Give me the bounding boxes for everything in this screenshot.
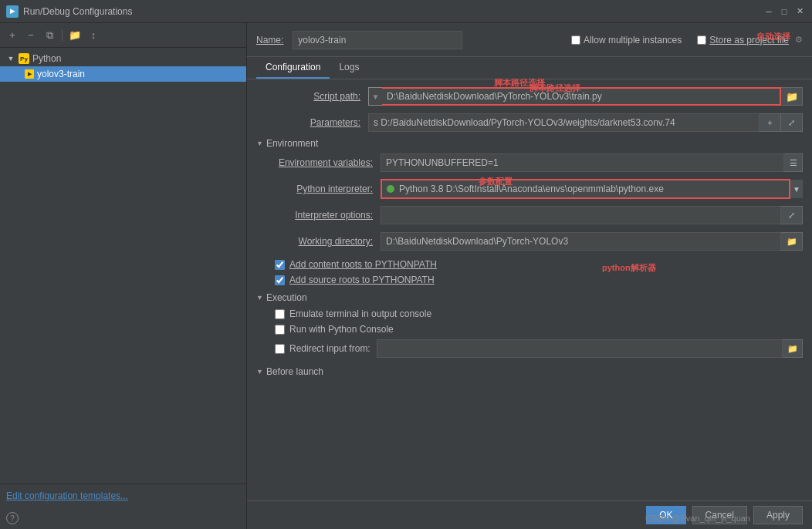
redirect-input-checkbox-group: Redirect input from: <box>275 343 370 354</box>
sidebar-item-yolov3-train[interactable]: ▶ yolov3-train <box>0 66 246 82</box>
allow-multiple-item: Allow multiple instances <box>571 35 682 45</box>
sidebar-bottom: ? <box>0 507 246 529</box>
sidebar-child-label: yolov3-train <box>37 69 85 79</box>
sidebar-footer: Edit configuration templates... <box>0 484 246 507</box>
ok-button[interactable]: OK <box>646 506 685 524</box>
add-content-roots-label: Add content roots to PYTHONPATH <box>289 259 437 270</box>
apply-button[interactable]: Apply <box>753 506 803 524</box>
copy-config-button[interactable]: ⧉ <box>42 28 57 43</box>
tab-logs[interactable]: Logs <box>330 57 368 79</box>
store-project-checkbox[interactable] <box>697 35 706 45</box>
before-launch-section-header[interactable]: ▼ Before launch <box>256 366 803 377</box>
add-source-roots-label: Add source roots to PYTHONPATH <box>289 275 435 285</box>
interpreter-display: Python 3.8 D:\SoftInstall\Anaconda\envs\… <box>381 179 790 199</box>
tabs-bar: Configuration Logs <box>247 57 812 79</box>
allow-multiple-checkbox[interactable] <box>571 35 580 45</box>
interpreter-options-input[interactable] <box>381 206 781 224</box>
name-input[interactable] <box>293 31 462 49</box>
run-python-console-checkbox[interactable] <box>275 325 285 335</box>
emulate-terminal-checkbox[interactable] <box>275 309 285 319</box>
interpreter-status-dot <box>387 185 394 193</box>
window-controls: ─ □ ✕ <box>763 5 806 18</box>
main-container: + − ⧉ 📁 ↕ ▼ Py Python ▶ yolov3-train Edi… <box>0 23 812 529</box>
script-path-browse-button[interactable]: 📁 <box>781 87 803 106</box>
interpreter-options-row: Interpreter options: ⤢ <box>256 204 803 226</box>
working-dir-label: Working directory: <box>269 236 381 247</box>
parameters-row: Parameters: + ⤢ <box>256 112 803 133</box>
interpreter-row: Python interpreter: Python 3.8 D:\SoftIn… <box>256 178 803 200</box>
parameters-browse-button[interactable]: ⤢ <box>781 113 803 132</box>
script-annotation: 脚本路径选择 <box>529 83 580 94</box>
right-panel: Name: Allow multiple instances Store as … <box>247 23 812 529</box>
dropdown-icon[interactable]: ▼ <box>368 87 382 106</box>
emulate-terminal-label: Emulate terminal in output console <box>289 308 431 319</box>
close-button[interactable]: ✕ <box>793 5 806 18</box>
python-interpreter-label: Python interpreter: <box>269 184 381 194</box>
tree-expand-icon: ▼ <box>6 54 15 63</box>
interpreter-text: Python 3.8 D:\SoftInstall\Anaconda\envs\… <box>399 184 784 194</box>
allow-multiple-label: Allow multiple instances <box>584 35 682 45</box>
interpreter-options-label: Interpreter options: <box>269 210 381 221</box>
parameters-label: Parameters: <box>256 117 368 128</box>
toolbar-divider <box>62 29 63 42</box>
edit-templates-link[interactable]: Edit configuration templates... <box>6 490 128 501</box>
config-icon: ▶ <box>25 69 34 79</box>
minimize-button[interactable]: ─ <box>763 5 775 18</box>
execution-section-header[interactable]: ▼ Execution <box>256 292 803 303</box>
redirect-input-checkbox[interactable] <box>275 344 285 354</box>
config-header: Name: Allow multiple instances Store as … <box>247 23 812 57</box>
execution-label: Execution <box>266 292 307 303</box>
header-checkboxes: Allow multiple instances Store as projec… <box>571 35 803 45</box>
interpreter-options-expand-button[interactable]: ⤢ <box>781 206 803 224</box>
title-bar: ▶ Run/Debug Configurations ─ □ ✕ <box>0 0 812 23</box>
emulate-terminal-row: Emulate terminal in output console <box>256 306 803 322</box>
name-label: Name: <box>256 35 283 45</box>
redirect-input-label: Redirect input from: <box>289 343 370 354</box>
config-body: Script path: ▼ 📁 脚本路径选择 Parameters: + ⤢ <box>247 79 812 500</box>
env-expand-arrow: ▼ <box>256 140 263 147</box>
remove-config-button[interactable]: − <box>23 28 39 43</box>
parameters-input[interactable] <box>368 113 760 132</box>
env-variables-input[interactable] <box>381 153 784 172</box>
sidebar-python-label: Python <box>32 53 61 64</box>
script-path-input[interactable] <box>382 87 781 106</box>
sidebar-toolbar: + − ⧉ 📁 ↕ <box>0 23 246 48</box>
env-variables-button[interactable]: ☰ <box>784 153 803 172</box>
sidebar-python-section[interactable]: ▼ Py Python <box>0 51 246 66</box>
add-config-button[interactable]: + <box>5 28 20 43</box>
store-project-icon: ⚙ <box>795 35 803 45</box>
environment-label: Environment <box>266 138 318 149</box>
script-path-label: Script path: <box>256 91 368 102</box>
interpreter-dropdown-button[interactable]: ▼ <box>790 180 803 198</box>
working-dir-input[interactable] <box>381 232 781 251</box>
sort-button[interactable]: ↕ <box>86 28 101 43</box>
python-icon: Py <box>19 53 29 64</box>
app-icon: ▶ <box>6 5 19 18</box>
action-bar: OK Cancel Apply <box>247 500 812 529</box>
redirect-input-field[interactable] <box>377 339 783 358</box>
environment-section-header[interactable]: ▼ Environment <box>256 138 803 149</box>
parameters-expand-button[interactable]: + <box>760 113 781 132</box>
help-button[interactable]: ? <box>6 512 19 524</box>
redirect-input-row: Redirect input from: 📁 <box>256 337 803 360</box>
tab-configuration[interactable]: Configuration <box>256 57 330 79</box>
working-dir-browse-button[interactable]: 📁 <box>781 232 803 251</box>
maximize-button[interactable]: □ <box>778 5 790 18</box>
before-launch-spacer <box>256 380 803 396</box>
working-dir-row: Working directory: 📁 <box>256 231 803 252</box>
folder-button[interactable]: 📁 <box>67 28 83 43</box>
sidebar-tree: ▼ Py Python ▶ yolov3-train <box>0 48 246 269</box>
cancel-button[interactable]: Cancel <box>692 506 747 524</box>
exec-expand-arrow: ▼ <box>256 294 263 302</box>
env-variables-label: Environment variables: <box>269 157 381 168</box>
sidebar: + − ⧉ 📁 ↕ ▼ Py Python ▶ yolov3-train Edi… <box>0 23 247 529</box>
before-launch-expand-arrow: ▼ <box>256 368 263 376</box>
redirect-input-browse-button[interactable]: 📁 <box>783 339 803 358</box>
run-python-console-row: Run with Python Console <box>256 322 803 337</box>
add-content-roots-checkbox[interactable] <box>275 260 285 270</box>
add-source-roots-checkbox[interactable] <box>275 275 285 285</box>
run-python-console-label: Run with Python Console <box>289 324 394 335</box>
store-project-item: Store as project file ⚙ <box>697 35 803 45</box>
store-project-label: Store as project file <box>709 35 789 45</box>
add-content-roots-row: Add content roots to PYTHONPATH <box>256 257 803 272</box>
